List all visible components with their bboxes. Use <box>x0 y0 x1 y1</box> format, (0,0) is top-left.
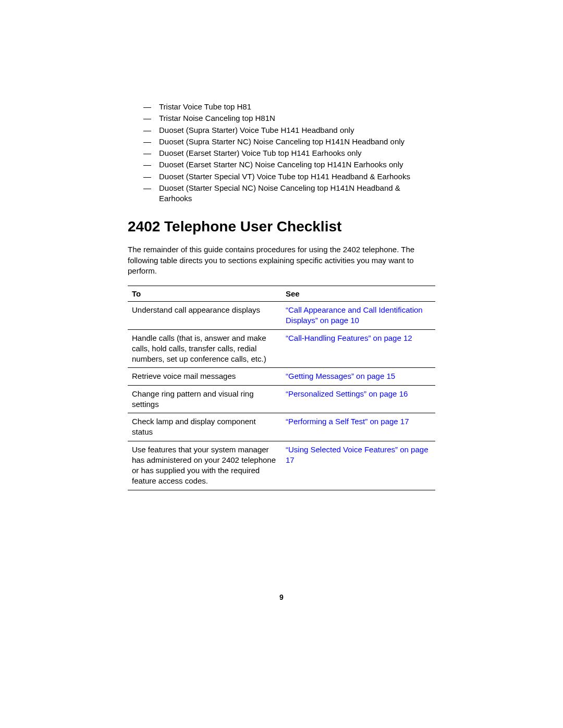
cross-reference-link[interactable]: “Getting Messages” on page 15 <box>286 372 395 380</box>
table-row: Use features that your system manager ha… <box>128 441 435 490</box>
dash-icon: — <box>143 125 159 135</box>
list-item-text: Tristar Noise Canceling top H81N <box>159 113 435 124</box>
checklist-table: To See Understand call appearance displa… <box>128 286 435 490</box>
table-cell-see: “Call Appearance and Call Identification… <box>282 302 435 330</box>
cross-reference-link[interactable]: “Call Appearance and Call Identification… <box>286 305 423 325</box>
table-cell-see: “Performing a Self Test” on page 17 <box>282 413 435 441</box>
table-cell-to: Check lamp and display component status <box>128 413 282 441</box>
table-cell-see: “Call-Handling Features” on page 12 <box>282 329 435 368</box>
list-item: — Duoset (Starter Special VT) Voice Tube… <box>143 171 435 182</box>
dash-icon: — <box>143 159 159 170</box>
list-item-text: Tristar Voice Tube top H81 <box>159 102 435 112</box>
cross-reference-link[interactable]: “Call-Handling Features” on page 12 <box>286 334 412 342</box>
intro-paragraph: The remainder of this guide contains pro… <box>128 244 435 276</box>
dash-icon: — <box>143 113 159 124</box>
dash-icon: — <box>143 171 159 182</box>
list-item: — Tristar Noise Canceling top H81N <box>143 113 435 124</box>
list-item: — Duoset (Earset Starter NC) Noise Cance… <box>143 159 435 170</box>
dash-icon: — <box>143 137 159 147</box>
table-row: Retrieve voice mail messages “Getting Me… <box>128 368 435 385</box>
table-cell-to: Use features that your system manager ha… <box>128 441 282 490</box>
cross-reference-link[interactable]: “Personalized Settings” on page 16 <box>286 389 408 398</box>
table-cell-to: Retrieve voice mail messages <box>128 368 282 385</box>
table-row: Check lamp and display component status … <box>128 413 435 441</box>
table-row: Handle calls (that is, answer and make c… <box>128 329 435 368</box>
list-item-text: Duoset (Starter Special NC) Noise Cancel… <box>159 183 435 204</box>
page-content: — Tristar Voice Tube top H81 — Tristar N… <box>0 0 563 490</box>
list-item-text: Duoset (Earset Starter) Voice Tub top H1… <box>159 148 435 158</box>
headset-list: — Tristar Voice Tube top H81 — Tristar N… <box>128 102 435 204</box>
list-item-text: Duoset (Supra Starter NC) Noise Cancelin… <box>159 137 435 147</box>
table-cell-see: “Using Selected Voice Features” on page … <box>282 441 435 490</box>
list-item: — Duoset (Supra Starter NC) Noise Cancel… <box>143 137 435 147</box>
dash-icon: — <box>143 148 159 158</box>
table-cell-see: “Getting Messages” on page 15 <box>282 368 435 385</box>
page-number: 9 <box>0 593 563 601</box>
list-item-text: Duoset (Supra Starter) Voice Tube H141 H… <box>159 125 435 135</box>
list-item: — Duoset (Earset Starter) Voice Tub top … <box>143 148 435 158</box>
list-item: — Tristar Voice Tube top H81 <box>143 102 435 112</box>
list-item-text: Duoset (Starter Special VT) Voice Tube t… <box>159 171 435 182</box>
table-row: Understand call appearance displays “Cal… <box>128 302 435 330</box>
dash-icon: — <box>143 183 159 204</box>
list-item: — Duoset (Supra Starter) Voice Tube H141… <box>143 125 435 135</box>
cross-reference-link[interactable]: “Performing a Self Test” on page 17 <box>286 417 409 426</box>
section-heading: 2402 Telephone User Checklist <box>128 218 435 235</box>
list-item-text: Duoset (Earset Starter NC) Noise Canceli… <box>159 159 435 170</box>
table-cell-to: Handle calls (that is, answer and make c… <box>128 329 282 368</box>
cross-reference-link[interactable]: “Using Selected Voice Features” on page … <box>286 445 429 464</box>
dash-icon: — <box>143 102 159 112</box>
table-cell-see: “Personalized Settings” on page 16 <box>282 385 435 413</box>
table-header-see: See <box>282 286 435 302</box>
table-row: Change ring pattern and visual ring sett… <box>128 385 435 413</box>
table-header-to: To <box>128 286 282 302</box>
table-cell-to: Understand call appearance displays <box>128 302 282 330</box>
table-cell-to: Change ring pattern and visual ring sett… <box>128 385 282 413</box>
list-item: — Duoset (Starter Special NC) Noise Canc… <box>143 183 435 204</box>
